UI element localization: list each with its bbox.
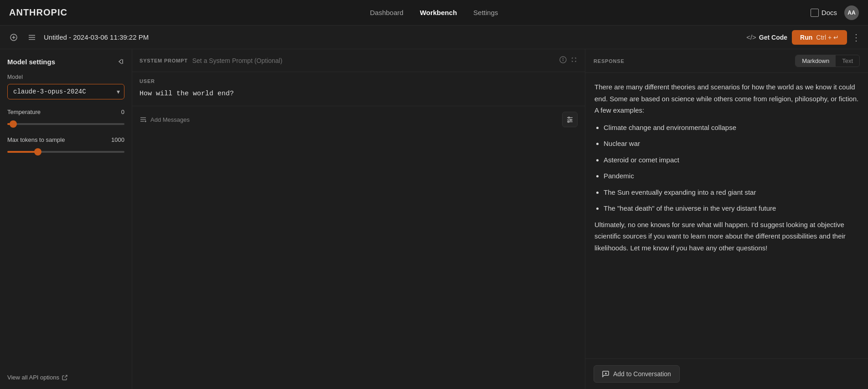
run-button[interactable]: Run Ctrl + ↵ [792,30,847,45]
response-outro: Ultimately, no one knows for sure what w… [594,219,859,254]
system-prompt-actions [559,56,578,65]
user-label: USER [140,78,578,84]
svg-point-19 [570,119,572,121]
temperature-slider[interactable] [7,123,124,125]
docs-label: Docs [822,9,837,16]
user-message-text[interactable]: How will the world end? [140,88,578,99]
list-item: Asteroid or comet impact [604,154,859,166]
model-field-label: Model [7,74,124,80]
expand-icon[interactable] [570,56,578,65]
max-tokens-slider-container: Max tokens to sample 1000 [7,136,124,154]
toggle-text-button[interactable]: Text [836,55,859,67]
menu-button[interactable] [26,31,38,44]
view-api-link[interactable]: View all API options [7,374,124,381]
collapse-panel-button[interactable] [116,57,124,66]
model-settings-panel: Model settings Model claude-3-opus-2024C… [0,49,132,389]
nav-links: Dashboard Workbench Settings [370,9,498,16]
nav-settings[interactable]: Settings [473,9,498,16]
add-messages-icon [140,116,147,123]
brand-logo: ANTHROPIC [9,7,67,18]
prompt-settings-button[interactable] [562,112,578,127]
avatar[interactable]: AA [844,5,859,20]
max-tokens-value: 1000 [111,136,124,143]
panel-header: Model settings [7,57,124,66]
add-messages-bar[interactable]: Add Messages [132,106,585,133]
add-to-conv-label: Add to Conversation [613,370,671,378]
main-content: Model settings Model claude-3-opus-2024C… [0,49,868,389]
system-label: SYSTEM PROMPT [140,58,188,63]
more-options-button[interactable]: ⋮ [852,32,861,43]
docs-icon [811,9,819,17]
toolbar-right: </> Get Code Run Ctrl + ↵ ⋮ [746,30,861,45]
info-icon[interactable] [559,56,567,65]
user-message-block: USER How will the world end? [132,72,585,106]
response-panel: RESPONSE Markdown Text There are many di… [585,49,868,389]
svg-point-21 [568,121,569,123]
model-select-wrapper: claude-3-opus-2024C [7,84,124,99]
max-tokens-row: Max tokens to sample 1000 [7,136,124,143]
toggle-markdown-button[interactable]: Markdown [796,55,836,67]
svg-point-17 [568,117,570,119]
list-item: Climate change and environmental collaps… [604,122,859,134]
toolbar-left: Untitled - 2024-03-06 11:39:22 PM [7,31,741,44]
add-messages-left: Add Messages [140,116,190,123]
new-session-button[interactable] [7,31,20,44]
list-item: The "heat death" of the universe in the … [604,202,859,214]
list-item: Nuclear war [604,138,859,150]
code-brackets-icon: </> [746,33,756,41]
temperature-slider-container: Temperature 0 [7,109,124,126]
response-header: RESPONSE Markdown Text [585,49,868,73]
response-body: There are many different theories and sc… [585,73,868,358]
nav-dashboard[interactable]: Dashboard [370,9,403,16]
temperature-value: 0 [121,109,124,115]
response-list: Climate change and environmental collaps… [604,122,859,214]
response-label: RESPONSE [594,58,625,64]
run-shortcut: Ctrl + ↵ [816,34,839,41]
get-code-button[interactable]: </> Get Code [746,33,787,41]
response-intro: There are many different theories and sc… [594,81,859,116]
response-toggle: Markdown Text [795,55,860,67]
external-link-icon [62,375,67,380]
toolbar: Untitled - 2024-03-06 11:39:22 PM </> Ge… [0,26,868,49]
max-tokens-slider[interactable] [7,151,124,153]
add-to-conv-icon [602,370,610,378]
model-select[interactable]: claude-3-opus-2024C [7,84,124,99]
max-tokens-label: Max tokens to sample [7,136,65,143]
list-item: Pandemic [604,170,859,182]
svg-point-10 [563,58,563,59]
nav-right: Docs AA [811,5,859,20]
session-title: Untitled - 2024-03-06 11:39:22 PM [44,33,149,41]
system-prompt-bar: SYSTEM PROMPT [132,49,585,72]
view-api-label: View all API options [7,374,59,381]
get-code-label: Get Code [759,34,787,41]
temperature-label: Temperature [7,109,41,115]
nav-workbench[interactable]: Workbench [420,9,457,16]
list-item: The Sun eventually expanding into a red … [604,187,859,198]
add-messages-label: Add Messages [150,116,190,123]
top-nav: ANTHROPIC Dashboard Workbench Settings D… [0,0,868,26]
run-label: Run [800,34,812,41]
temperature-row: Temperature 0 [7,109,124,115]
system-prompt-input[interactable] [192,57,555,64]
panel-title: Model settings [7,58,55,66]
add-to-conversation-button[interactable]: Add to Conversation [594,365,680,383]
response-footer: Add to Conversation [585,358,868,389]
prompt-panel: SYSTEM PROMPT [132,49,585,389]
docs-button[interactable]: Docs [811,9,837,17]
